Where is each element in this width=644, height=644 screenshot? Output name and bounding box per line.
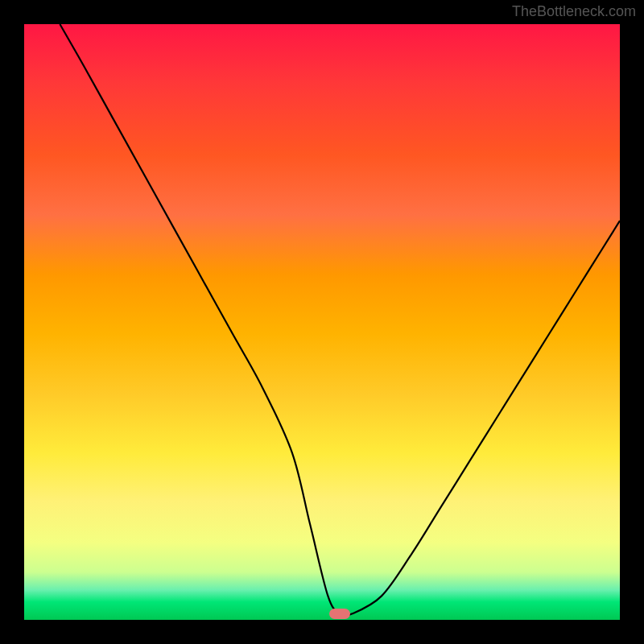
optimal-point-marker (329, 609, 350, 619)
chart-container: TheBottleneck.com (0, 0, 644, 644)
watermark-text: TheBottleneck.com (512, 3, 636, 20)
gradient-plot-area (24, 24, 620, 620)
